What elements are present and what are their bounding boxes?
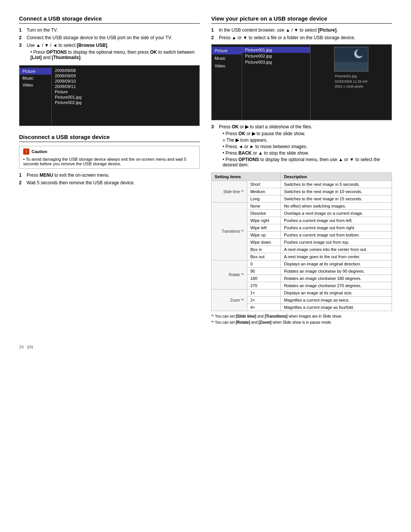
connect-step-2: 2 Connect the USB storage device to the … [19, 35, 200, 40]
browser-sidebar: Picture Music Video [19, 66, 52, 126]
browser-right-files: Picture001.jpg Picture002.jpg Picture003… [242, 45, 311, 120]
browser-right-sidebar: Picture Music Video [212, 45, 242, 120]
table-header-desc: Description [281, 173, 392, 181]
setting-label: 0 [247, 260, 281, 268]
file-browser-left: Picture Music Video 2009/09/08 2009/09/0… [19, 65, 200, 126]
table-row: Rotate *² 0 Displays an image at its ori… [212, 260, 392, 268]
sidebar-item-picture[interactable]: Picture [19, 68, 51, 75]
table-header-setting: Setting items [212, 173, 281, 181]
sidebar-item-video[interactable]: Video [212, 62, 242, 70]
step-content: Press OK or ▶ to start a slideshow of th… [219, 124, 392, 169]
setting-desc: A next image comes into the center from … [281, 246, 392, 253]
connect-title: Connect a USB storage device [19, 15, 200, 24]
setting-label: None [247, 203, 281, 210]
view-step-3: 3 Press OK or ▶ to start a slideshow of … [211, 124, 392, 169]
group-label-transitions: Transitions *¹ [212, 203, 247, 260]
step-text: Press OK or ▶ to start a slideshow of th… [219, 124, 312, 129]
disconnect-section: Disconnect a USB storage device ! Cautio… [19, 134, 200, 185]
setting-label: Wipe up [247, 232, 281, 239]
group-label-rotate: Rotate *² [212, 260, 247, 289]
view-title: View your picture on a USB storage devic… [211, 15, 392, 24]
setting-desc: Switches to the next image in 5 seconds. [281, 181, 392, 188]
setting-label: 2× [247, 297, 281, 304]
bullet-item: Press OK or ▶ to pause the slide show. [223, 131, 392, 136]
preview-filename: Picture001.jpg [335, 74, 368, 79]
setting-desc: Magnifies a current image as fourfold. [281, 304, 392, 311]
file-item[interactable]: Picture002.jpg [55, 100, 196, 105]
sidebar-item-picture[interactable]: Picture [212, 47, 242, 54]
caution-header: ! Caution [23, 149, 196, 155]
setting-desc: Rotates an image clockwise by 90 degrees… [281, 268, 392, 275]
step-text: Press MENU to exit the on-screen menu. [27, 173, 200, 178]
preview-thumbnail [334, 47, 368, 72]
file-item[interactable]: Picture [55, 89, 196, 94]
group-label-slidetime: Slide time *¹ [212, 181, 247, 203]
setting-desc: Rotates an image clockwise 180 degrees. [281, 275, 392, 282]
setting-label: Box in [247, 246, 281, 253]
disconnect-title: Disconnect a USB storage device [19, 134, 200, 142]
step-number: 2 [19, 35, 24, 40]
preview-dimensions: 2031 x 1434 pixels [335, 84, 368, 89]
file-item[interactable]: 2009/09/11 [55, 84, 196, 89]
browser-preview: Picture001.jpg 02/02/2009 11:29 AM 2031 … [311, 45, 392, 120]
step-number: 2 [211, 35, 217, 40]
caution-icon: ! [23, 149, 29, 155]
setting-label: Long [247, 195, 281, 203]
svg-rect-1 [335, 62, 368, 71]
setting-desc: Displays an image at its original size. [281, 289, 392, 297]
browser-files: 2009/09/08 2009/09/09 2009/09/10 2009/09… [52, 66, 199, 126]
step-text: Use ▲ / ▼ / ◄ to select [Browse USB]. [27, 43, 108, 48]
disconnect-step-2: 2 Wait 5 seconds then remove the USB sto… [19, 180, 200, 185]
footnote-2: *² You can set [Rotate] and [Zoom] when … [211, 320, 392, 326]
sidebar-item-video[interactable]: Video [19, 81, 51, 88]
file-item-active[interactable]: Picture001.jpg [242, 47, 310, 53]
footnotes: *¹ You can set [Slide time] and [Transit… [211, 313, 392, 326]
step-text: Turn on the TV. [27, 27, 200, 33]
file-item[interactable]: Picture001.jpg [55, 94, 196, 100]
connect-section: Connect a USB storage device 1 Turn on t… [19, 15, 200, 126]
file-item[interactable]: 2009/09/08 [55, 68, 196, 73]
step-number: 3 [19, 43, 24, 48]
step-number: 1 [19, 173, 24, 178]
view-step-2: 2 Press ▲ or ▼ to select a file or a fol… [211, 35, 392, 40]
caution-text: • To avoid damaging the USB storage devi… [23, 157, 196, 166]
setting-desc: Switches to the next image in 10 seconds… [281, 188, 392, 195]
table-row: Slide time *¹ Short Switches to the next… [212, 181, 392, 188]
page-number: 24 EN [19, 345, 392, 349]
setting-label: 180 [247, 275, 281, 282]
bullet-item: Press OPTIONS to display the optional me… [30, 50, 200, 60]
step-text: Press ▲ or ▼ to select a file or a folde… [219, 35, 392, 40]
step-text: Wait 5 seconds then remove the USB stora… [27, 180, 200, 185]
file-item[interactable]: 2009/09/09 [55, 73, 196, 78]
setting-label: 4× [247, 304, 281, 311]
setting-desc: Rotates an image clockwise 270 degrees. [281, 282, 392, 289]
step-number: 1 [19, 27, 24, 33]
setting-desc: Pushes a current image out from left. [281, 217, 392, 224]
step-number: 2 [19, 180, 24, 185]
file-item[interactable]: 2009/09/10 [55, 78, 196, 84]
step-number: 3 [211, 124, 217, 129]
file-item[interactable]: Picture002.jpg [242, 53, 310, 59]
setting-label: 90 [247, 268, 281, 275]
step-text: In the USB content browser, use ▲ / ▼ to… [219, 27, 392, 33]
setting-desc: Displays an image at its original direct… [281, 260, 392, 268]
step-bullets: Press OK or ▶ to pause the slide show. T… [219, 131, 392, 168]
setting-desc: A next image goes to the out from center… [281, 253, 392, 260]
setting-label: 270 [247, 282, 281, 289]
file-item[interactable]: Picture003.jpg [242, 59, 310, 65]
setting-label: Box out [247, 253, 281, 260]
step-text: Connect the USB storage device to the US… [27, 35, 200, 40]
setting-desc: Pushes a current image out from bottom. [281, 232, 392, 239]
bullet-item: Press OPTIONS to display the optional me… [223, 157, 392, 168]
group-label-zoom: Zoom *² [212, 289, 247, 311]
bullet-arrow-item: The ▶ icon appears. [223, 137, 392, 143]
step-bullets: Press OPTIONS to display the optional me… [27, 50, 200, 60]
bullet-item: Press ◄ or ► to move between images. [223, 144, 392, 149]
setting-label: Short [247, 181, 281, 188]
setting-desc: No effect when switching images. [281, 203, 392, 210]
table-row: Transitions *¹ None No effect when switc… [212, 203, 392, 210]
step-number: 1 [211, 27, 217, 33]
setting-desc: Pushes current image out from top. [281, 239, 392, 246]
sidebar-item-music[interactable]: Music [19, 75, 51, 81]
sidebar-item-music[interactable]: Music [212, 54, 242, 62]
